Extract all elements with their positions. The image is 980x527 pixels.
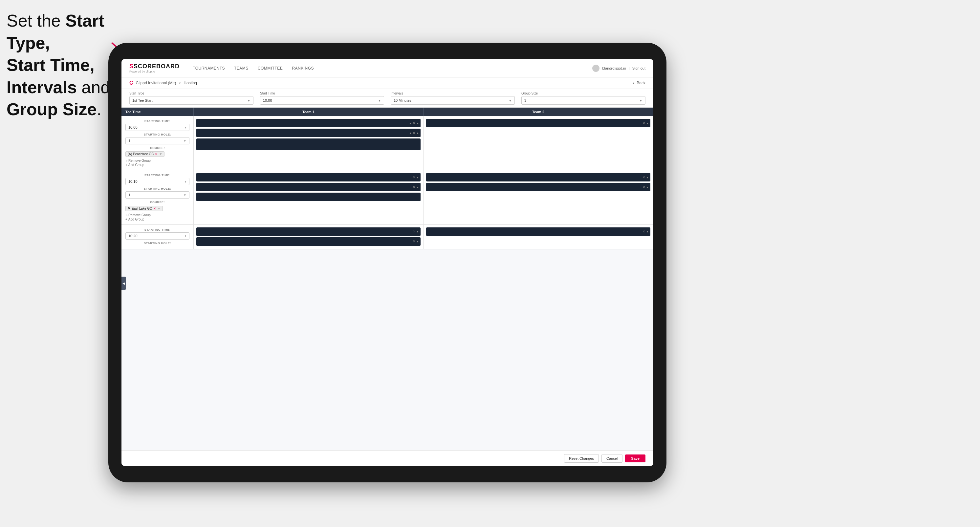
settings-icon-6-1[interactable]: ● (646, 230, 648, 233)
player-row-3-1: ✕ ● (196, 173, 420, 181)
table-row: STARTING TIME: 10:00 ● STARTING HOLE: 1 … (121, 116, 653, 170)
logo-c-letter: S (129, 63, 134, 70)
starting-time-input-2[interactable]: 10:10 ● (126, 178, 189, 185)
add-group-1[interactable]: + Add Group (126, 163, 189, 167)
reset-changes-button[interactable]: Reset Changes (564, 454, 599, 463)
hole-chevron-icon-1: ▼ (183, 139, 186, 143)
remove-player-icon-4-2[interactable]: ✕ (643, 186, 645, 189)
starting-hole-input-2[interactable]: 1 ▼ (126, 191, 189, 198)
settings-icon-1-2[interactable]: ● (417, 131, 418, 135)
settings-icon-4-2[interactable]: ● (646, 186, 648, 189)
add-player-icon-1-2[interactable]: ● (409, 131, 411, 135)
map-icon-2: ⚑ (128, 207, 130, 210)
remove-group-1[interactable]: ○ Remove Group (126, 159, 189, 162)
remove-player-icon-1-1[interactable]: ✕ (413, 121, 415, 125)
add-group-2[interactable]: + Add Group (126, 217, 189, 221)
remove-player-icon-4-1[interactable]: ✕ (643, 176, 645, 179)
team2-cell-1: ✕ ● (423, 116, 653, 170)
start-time-group: Start Time 10:00 ▼ (260, 92, 384, 105)
bottom-bar: Reset Changes Cancel Save (121, 450, 653, 466)
remove-group-label-1: Remove Group (128, 159, 151, 162)
clock-icon-3: ● (185, 234, 186, 238)
nav-separator: | (629, 66, 630, 70)
table-body: STARTING TIME: 10:00 ● STARTING HOLE: 1 … (121, 116, 653, 450)
settings-icon-1-1[interactable]: ● (417, 121, 418, 125)
th-tee-time: Tee Time (121, 108, 194, 116)
settings-icon-3-2[interactable]: ● (417, 186, 418, 189)
nav-right: blair@clippd.io | Sign out (592, 65, 646, 72)
player-row-1-1: ● ✕ ● (196, 119, 420, 127)
start-time-value: 10:00 (263, 98, 272, 102)
remove-player-icon-2-1[interactable]: ✕ (643, 121, 645, 125)
settings-icon-5-1[interactable]: ● (417, 230, 418, 233)
player-row-2-1: ✕ ● (426, 119, 651, 127)
course-name-1: (A) Peachtree GC (128, 152, 154, 156)
remove-player-icon-6-1[interactable]: ✕ (643, 230, 645, 233)
remove-player-icon-5-2[interactable]: ✕ (413, 240, 415, 243)
remove-group-label-2: Remove Group (128, 213, 151, 217)
starting-time-value-2: 10:10 (128, 179, 138, 183)
team2-cell-3: ✕ ● (423, 225, 653, 249)
remove-player-icon-5-1[interactable]: ✕ (413, 230, 415, 233)
sign-out-link[interactable]: Sign out (632, 66, 646, 70)
intervals-select[interactable]: 10 Minutes ▼ (391, 96, 515, 105)
breadcrumb-bar: C Clippd Invitational (Me) > Hosting ‹ B… (121, 78, 653, 89)
settings-icon-2-1[interactable]: ● (646, 121, 648, 125)
start-time-label: Start Time (260, 92, 384, 95)
action-links-2: ○ Remove Group + Add Group (126, 213, 189, 221)
remove-group-2[interactable]: ○ Remove Group (126, 213, 189, 217)
nav-teams[interactable]: TEAMS (234, 65, 248, 72)
bold-intervals: Intervals (6, 78, 77, 97)
logo-full: SCOREBOARD (134, 63, 180, 70)
remove-player-icon-3-1[interactable]: ✕ (413, 176, 415, 179)
th-team1: Team 1 (194, 108, 423, 116)
settings-icon-4-1[interactable]: ● (646, 176, 648, 179)
intervals-value: 10 Minutes (394, 98, 411, 102)
back-button[interactable]: ‹ Back (633, 81, 646, 85)
remove-player-icon-1-2[interactable]: ✕ (413, 131, 415, 135)
bold-start-time: Start Time, (6, 56, 95, 75)
starting-time-value-3: 10:20 (128, 234, 138, 238)
nav-rankings[interactable]: RANKINGS (292, 65, 314, 72)
starting-hole-label-1: STARTING HOLE: (126, 133, 189, 136)
action-links-1: ○ Remove Group + Add Group (126, 159, 189, 167)
save-button[interactable]: Save (625, 454, 646, 462)
starting-time-label-1: STARTING TIME: (126, 119, 189, 123)
tablet-frame: SSCOREBOARD Powered by clipp.io TOURNAME… (108, 43, 667, 483)
course-tag-2: ⚑ East Lake GC ✕ ▼ (126, 206, 163, 211)
back-label: Back (636, 81, 646, 85)
start-time-select[interactable]: 10:00 ▼ (260, 96, 384, 105)
nav-committee[interactable]: COMMITTEE (258, 65, 283, 72)
clock-icon-1: ● (185, 126, 186, 129)
th-team2: Team 2 (423, 108, 653, 116)
settings-icon-5-2[interactable]: ● (417, 240, 418, 243)
group-size-select[interactable]: 3 ▼ (521, 96, 646, 105)
starting-time-label-2: STARTING TIME: (126, 174, 189, 177)
course-remove-icon-2[interactable]: ✕ (153, 207, 156, 210)
remove-player-icon-3-2[interactable]: ✕ (413, 186, 415, 189)
table-header: Tee Time Team 1 Team 2 (121, 108, 653, 116)
cancel-button[interactable]: Cancel (601, 454, 622, 463)
radio-icon-2: ○ (126, 213, 127, 217)
starting-hole-label-3: STARTING HOLE: (126, 241, 189, 245)
nav-tournaments[interactable]: TOURNAMENTS (193, 65, 225, 72)
breadcrumb-tournament[interactable]: Clippd Invitational (Me) (136, 81, 176, 85)
instruction-text: Set the Start Type, Start Time, Interval… (6, 10, 111, 121)
starting-time-input-3[interactable]: 10:20 ● (126, 232, 189, 240)
course-remove-icon-1[interactable]: ✕ (155, 152, 158, 156)
add-player-icon-1-1[interactable]: ● (409, 121, 411, 125)
logo-subtitle: Powered by clipp.io (129, 70, 180, 73)
player-row-3-2: ✕ ● (196, 183, 420, 191)
intervals-group: Intervals 10 Minutes ▼ (391, 92, 515, 105)
sidebar-toggle[interactable]: ◀ (121, 277, 126, 290)
start-type-select[interactable]: 1st Tee Start ▼ (129, 96, 253, 105)
player-row-4-2: ✕ ● (426, 183, 651, 191)
starting-hole-input-1[interactable]: 1 ▼ (126, 137, 189, 144)
starting-time-label-3: STARTING TIME: (126, 228, 189, 231)
controls-row: Start Type 1st Tee Start ▼ Start Time 10… (121, 89, 653, 108)
group-2-left: STARTING TIME: 10:10 ● STARTING HOLE: 1 … (121, 170, 194, 224)
start-type-label: Start Type (129, 92, 253, 95)
user-email: blair@clippd.io (602, 66, 626, 70)
starting-time-input-1[interactable]: 10:00 ● (126, 124, 189, 131)
settings-icon-3-1[interactable]: ● (417, 176, 418, 179)
